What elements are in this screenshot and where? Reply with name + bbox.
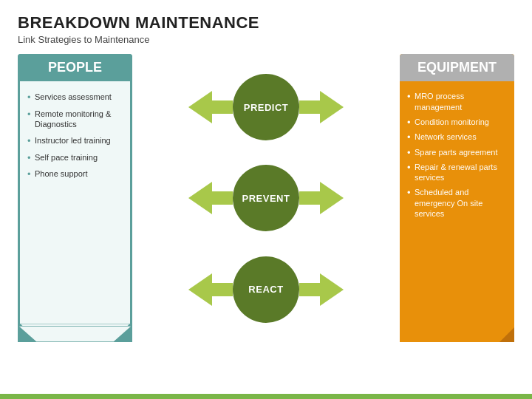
header-subtitle: Link Strategies to Maintenance [18, 34, 514, 45]
people-list-item: Phone support [27, 166, 123, 182]
content-area: PEOPLE Services assessmentRemote monitor… [18, 54, 514, 342]
equipment-body: MRO process managementCondition monitori… [400, 81, 514, 342]
react-row: REACT [132, 256, 400, 323]
people-list-item: Instructor led training [27, 132, 123, 149]
prevent-row: PREVENT [132, 165, 400, 231]
slide: BREAKDOWN MAINTENANCE Link Strategies to… [0, 0, 532, 399]
people-header: PEOPLE [18, 54, 132, 81]
header-title: BREAKDOWN MAINTENANCE [18, 13, 514, 33]
predict-node: PREDICT [233, 74, 299, 140]
equipment-list-item: Network services [407, 129, 507, 144]
bottom-bar [0, 394, 532, 399]
prevent-node: PREVENT [233, 165, 299, 231]
predict-arrow-left-body [211, 100, 233, 114]
equipment-fold [499, 327, 514, 342]
people-list-item: Services assessment [27, 89, 123, 105]
people-body: Services assessmentRemote monitoring & D… [18, 81, 132, 326]
people-list-item: Self pace training [27, 149, 123, 166]
svg-marker-0 [18, 326, 132, 342]
equipment-list-item: Scheduled and emergency On site services [407, 185, 507, 221]
center-diagram: PREDICT PREVENT [132, 54, 400, 342]
equipment-list-item: MRO process management [407, 89, 507, 115]
people-list-item: Remote monitoring & Diagnostics [27, 106, 123, 133]
predict-row: PREDICT [132, 74, 400, 140]
equipment-list-item: Spare parts agreement [407, 145, 507, 160]
prevent-arrow-left-body [211, 191, 233, 205]
people-list: Services assessmentRemote monitoring & D… [27, 89, 123, 182]
equipment-list: MRO process managementCondition monitori… [407, 89, 507, 221]
equipment-panel: EQUIPMENT MRO process managementConditio… [400, 54, 514, 342]
react-arrow-right-body [299, 283, 321, 296]
people-fold-svg [18, 326, 132, 342]
react-node: REACT [233, 256, 299, 323]
react-arrow-left-body [211, 283, 233, 296]
equipment-header: EQUIPMENT [400, 54, 514, 81]
predict-arrow-right-body [299, 100, 321, 114]
prevent-arrow-right-body [299, 191, 321, 205]
equipment-list-item: Condition monitoring [407, 115, 507, 129]
people-panel: PEOPLE Services assessmentRemote monitor… [18, 54, 132, 342]
equipment-list-item: Repair & renewal parts services [407, 160, 507, 185]
